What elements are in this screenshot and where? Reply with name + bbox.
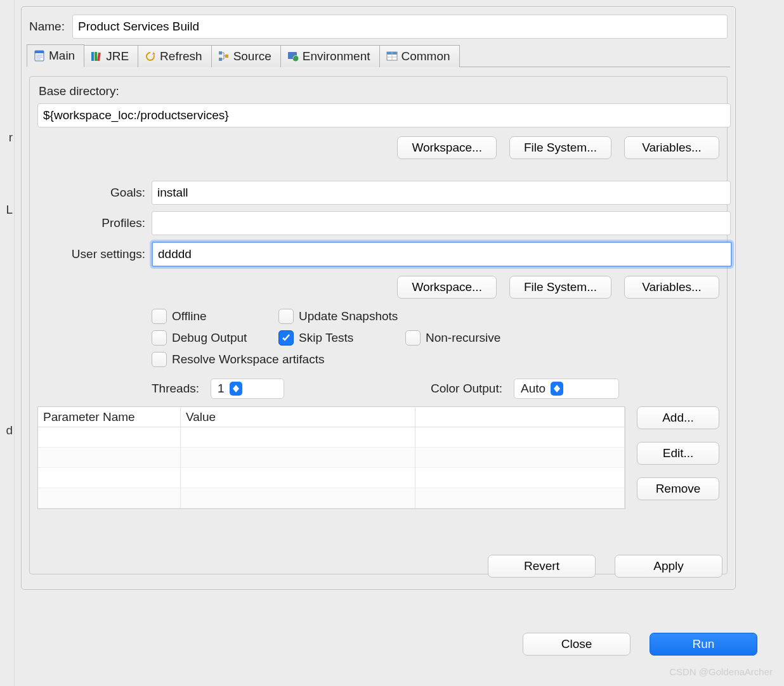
threads-select[interactable]: 1 bbox=[211, 379, 284, 399]
tab-source-label: Source bbox=[233, 49, 271, 63]
svg-rect-11 bbox=[225, 55, 228, 58]
usersettings-variables-button[interactable]: Variables... bbox=[624, 276, 719, 299]
table-icon bbox=[386, 51, 398, 62]
ghost-char-d: d bbox=[6, 424, 13, 437]
tab-environment-label: Environment bbox=[303, 49, 370, 63]
tab-refresh-label: Refresh bbox=[160, 49, 202, 63]
debug-output-checkbox[interactable]: Debug Output bbox=[152, 330, 278, 346]
user-settings-label: User settings: bbox=[37, 247, 145, 261]
watermark: CSDN @GoldenaArcher bbox=[669, 666, 773, 677]
left-panel-sliver: r L d bbox=[0, 0, 15, 686]
param-col-spacer bbox=[415, 407, 625, 427]
ghost-char-r: r bbox=[9, 131, 13, 145]
name-input[interactable] bbox=[72, 15, 728, 39]
svg-rect-10 bbox=[219, 58, 222, 61]
run-config-panel: Name: Main JRE Refresh Source bbox=[21, 6, 736, 590]
goals-input[interactable] bbox=[152, 181, 731, 205]
profiles-input[interactable] bbox=[152, 211, 731, 235]
threads-select-value: 1 bbox=[218, 382, 225, 396]
threads-label: Threads: bbox=[152, 382, 199, 396]
param-edit-button[interactable]: Edit... bbox=[637, 442, 719, 465]
tab-refresh[interactable]: Refresh bbox=[138, 45, 212, 67]
table-row bbox=[38, 468, 181, 488]
tab-main[interactable]: Main bbox=[27, 44, 84, 67]
name-label: Name: bbox=[29, 20, 65, 34]
environment-icon bbox=[287, 51, 299, 62]
table-row bbox=[38, 448, 181, 468]
goals-label: Goals: bbox=[37, 186, 145, 200]
stepper-arrows-icon bbox=[551, 382, 563, 396]
close-button[interactable]: Close bbox=[523, 633, 630, 656]
non-recursive-checkbox-label: Non-recursive bbox=[426, 331, 500, 345]
color-output-label: Color Output: bbox=[431, 382, 502, 396]
svg-marker-19 bbox=[233, 389, 239, 392]
base-dir-input[interactable] bbox=[37, 103, 731, 127]
color-output-select-value: Auto bbox=[521, 382, 546, 396]
usersettings-filesystem-button[interactable]: File System... bbox=[509, 276, 611, 299]
tab-environment[interactable]: Environment bbox=[281, 45, 380, 67]
svg-rect-7 bbox=[97, 53, 101, 61]
table-row bbox=[38, 488, 181, 508]
svg-rect-5 bbox=[91, 52, 94, 61]
param-add-button[interactable]: Add... bbox=[637, 406, 719, 429]
param-remove-button[interactable]: Remove bbox=[637, 477, 719, 500]
skip-tests-checkbox-label: Skip Tests bbox=[299, 331, 353, 345]
offline-checkbox-label: Offline bbox=[172, 309, 207, 323]
revert-button[interactable]: Revert bbox=[488, 555, 596, 578]
usersettings-workspace-button[interactable]: Workspace... bbox=[397, 276, 497, 299]
refresh-icon bbox=[145, 51, 156, 62]
base-dir-workspace-button[interactable]: Workspace... bbox=[397, 136, 497, 159]
books-icon bbox=[91, 51, 102, 62]
update-snapshots-checkbox-label: Update Snapshots bbox=[299, 309, 398, 323]
ghost-char-l: L bbox=[6, 203, 13, 217]
param-col-name: Parameter Name bbox=[38, 407, 181, 427]
base-dir-label: Base directory: bbox=[39, 84, 719, 98]
svg-marker-21 bbox=[554, 389, 560, 392]
base-dir-variables-button[interactable]: Variables... bbox=[624, 136, 719, 159]
source-tree-icon bbox=[218, 51, 230, 62]
resolve-workspace-checkbox-label: Resolve Workspace artifacts bbox=[172, 353, 324, 366]
tab-jre[interactable]: JRE bbox=[84, 45, 138, 67]
non-recursive-checkbox[interactable]: Non-recursive bbox=[405, 330, 545, 346]
profiles-label: Profiles: bbox=[37, 216, 145, 230]
tab-jre-label: JRE bbox=[106, 49, 129, 63]
offline-checkbox[interactable]: Offline bbox=[152, 309, 278, 324]
skip-tests-checkbox[interactable]: Skip Tests bbox=[278, 330, 405, 346]
base-dir-filesystem-button[interactable]: File System... bbox=[509, 136, 611, 159]
tab-main-label: Main bbox=[49, 49, 75, 63]
svg-rect-9 bbox=[219, 51, 222, 55]
tab-source[interactable]: Source bbox=[212, 45, 281, 67]
parameters-table[interactable]: Parameter Name Value bbox=[37, 406, 625, 509]
param-col-value: Value bbox=[181, 407, 415, 427]
document-icon bbox=[34, 50, 45, 61]
table-row bbox=[38, 427, 181, 448]
svg-rect-1 bbox=[35, 51, 44, 53]
color-output-select[interactable]: Auto bbox=[514, 379, 619, 399]
run-button[interactable]: Run bbox=[650, 633, 757, 656]
user-settings-input[interactable] bbox=[152, 242, 732, 267]
tab-common-label: Common bbox=[402, 49, 450, 63]
tab-strip: Main JRE Refresh Source Environment bbox=[27, 44, 730, 67]
svg-marker-8 bbox=[152, 52, 155, 55]
svg-rect-6 bbox=[95, 52, 97, 61]
stepper-arrows-icon bbox=[230, 382, 242, 396]
update-snapshots-checkbox[interactable]: Update Snapshots bbox=[278, 309, 545, 324]
apply-button[interactable]: Apply bbox=[615, 555, 722, 578]
tab-common[interactable]: Common bbox=[380, 45, 460, 67]
debug-output-checkbox-label: Debug Output bbox=[172, 331, 247, 345]
resolve-workspace-checkbox[interactable]: Resolve Workspace artifacts bbox=[152, 352, 545, 367]
